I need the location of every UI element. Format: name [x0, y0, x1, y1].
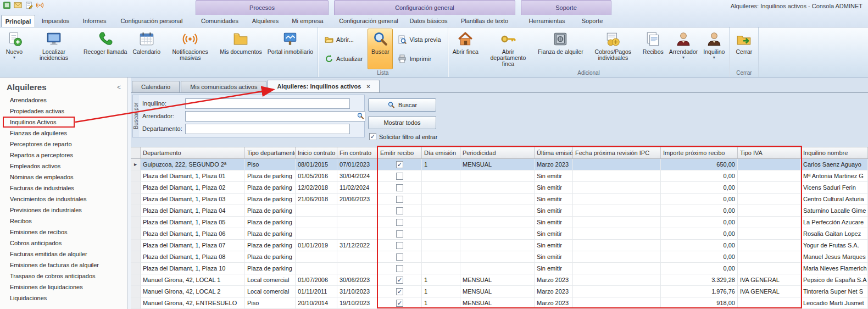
ribbon-button-nuevo[interactable]: Nuevo▾ [2, 29, 27, 69]
ribbon-tab-herramientas[interactable]: Herramientas [521, 15, 573, 27]
column-header-última-emisión[interactable]: Última emisión [535, 147, 573, 158]
doc-tab-calendario[interactable]: Calendario [132, 81, 180, 92]
ribbon-button-recoger-llamada[interactable]: Recoger llamada [81, 29, 130, 69]
sidebar-item-vencimientos-de-industriales[interactable]: Vencimientos de industriales [0, 194, 127, 205]
ribbon-button-imprimir[interactable]: Imprimir [394, 53, 444, 65]
ribbon-tab-mi-empresa[interactable]: Mi empresa [287, 15, 329, 27]
filter-input-inquilino[interactable] [185, 98, 350, 109]
emitir-recibo-checkbox[interactable] [396, 207, 403, 214]
emitir-recibo-checkbox[interactable] [396, 265, 403, 272]
ribbon-button-recibos[interactable]: Recibos [640, 29, 666, 69]
ribbon-button-cerrar[interactable]: Cerrar [731, 29, 756, 69]
ribbon-tab-configuración-personal[interactable]: Configuración personal [113, 15, 190, 27]
sidebar-item-propiedades-activas[interactable]: Propiedades activas [0, 106, 127, 117]
table-row[interactable]: ▸Guipuzcoa, 222, SEGUNDO 2ªPiso08/01/201… [131, 159, 868, 170]
ribbon-tab-soporte[interactable]: Soporte [573, 15, 611, 27]
column-header-fin-contrato[interactable]: Fin contrato [337, 147, 378, 158]
column-header-tipo-iva[interactable]: Tipo IVA [738, 147, 801, 158]
column-header-tipo-departamento[interactable]: Tipo departamento [245, 147, 296, 158]
table-row[interactable]: Plaza del Diamant, 1, Plaza 10Plaza de p… [131, 263, 868, 274]
ribbon-button-buscar[interactable]: Buscar [368, 29, 393, 69]
table-row[interactable]: Manuel Girona, 42, LOCAL 1Local comercia… [131, 274, 868, 286]
sidebar-item-cobros-anticipados[interactable]: Cobros anticipados [0, 238, 127, 249]
ribbon-button-abrir-finca[interactable]: Abrir finca [450, 29, 481, 69]
ribbon-button-fianza-de-alquiler[interactable]: Fianza de alquiler [535, 29, 586, 69]
doc-tab-alquileres-inquilinos-activos[interactable]: Alquileres: Inquilinos activos× [268, 80, 379, 92]
filter-input-arrendador[interactable] [185, 111, 365, 122]
doc-tab-mis-comunicados-activos[interactable]: Mis comunicados activos [181, 81, 266, 92]
ribbon-button-inquilino[interactable]: Inquilino▾ [700, 29, 727, 69]
table-row[interactable]: Manuel Girona, 42, ENTRESUELOPiso20/10/2… [131, 297, 868, 309]
ribbon-tab-informes[interactable]: Informes [76, 15, 113, 27]
sidebar-item-liquidaciones[interactable]: Liquidaciones [0, 293, 127, 304]
sidebar-item-recibos[interactable]: Recibos [0, 216, 127, 227]
ribbon-tab-comunidades[interactable]: Comunidades [196, 15, 244, 27]
table-row[interactable]: Plaza del Diamant, 1, Plaza 04Plaza de p… [131, 205, 868, 217]
emitir-recibo-checkbox[interactable] [396, 219, 403, 226]
emitir-recibo-checkbox[interactable]: ✓ [396, 277, 403, 284]
column-header-importe-próximo-recibo[interactable]: Importe próximo recibo [661, 147, 738, 158]
sidebar-item-previsiones-de-industriales[interactable]: Previsiones de industriales [0, 205, 127, 216]
solicitar-filtro-checkbox[interactable]: ✓ Solicitar filtro al entrar [369, 133, 437, 140]
sidebar-item-empleados-activos[interactable]: Empleados activos [0, 161, 127, 172]
ribbon-button-vista-previa[interactable]: Vista previa [394, 34, 444, 46]
column-header-periodicidad[interactable]: Periodicidad [460, 147, 535, 158]
ribbon-button-actualizar[interactable]: Actualizar [321, 53, 366, 65]
table-row[interactable]: Plaza del Diamant, 1, Plaza 06Plaza de p… [131, 228, 868, 240]
table-row[interactable]: Plaza del Diamant, 1, Plaza 02Plaza de p… [131, 182, 868, 194]
mostrar-todos-button[interactable]: Mostrar todos [368, 116, 436, 129]
ribbon-tab-impuestos[interactable]: Impuestos [35, 15, 76, 27]
sidebar-item-fianzas-de-alquileres[interactable]: Fianzas de alquileres [0, 128, 127, 139]
emitir-recibo-checkbox[interactable] [396, 242, 403, 249]
sidebar-item-nóminas-de-empleados[interactable]: Nóminas de empleados [0, 172, 127, 183]
ribbon-button-notificaciones-masivas[interactable]: Notificaciones masivas [163, 29, 217, 69]
filter-input-departamento[interactable] [185, 124, 350, 134]
table-row[interactable]: Manuel Girona, 42, LOCAL 2Local comercia… [131, 286, 868, 297]
collapse-sidebar-icon[interactable]: < [115, 84, 123, 91]
sidebar-item-repartos-a-perceptores[interactable]: Repartos a perceptores [0, 150, 127, 161]
ribbon-tab-configuración-general[interactable]: Configuración general [334, 15, 403, 27]
emitir-recibo-checkbox[interactable] [396, 184, 403, 191]
ribbon-button-calendario[interactable]: Calendario [130, 29, 163, 69]
ribbon-button-abrir-departamento-finca[interactable]: Abrir departamento finca [481, 29, 535, 69]
column-header-fecha-próxima-revisión-ipc[interactable]: Fecha próxima revisión IPC [573, 147, 661, 158]
table-row[interactable]: Plaza del Diamant, 1, Plaza 01Plaza de p… [131, 170, 868, 182]
sidebar-item-emisiones-de-recibos[interactable]: Emisiones de recibos [0, 227, 127, 238]
column-header-inicio-contrato[interactable]: Inicio contrato [296, 147, 337, 158]
sidebar-item-arrendadores[interactable]: Arrendadores [0, 95, 127, 106]
emitir-recibo-checkbox[interactable] [396, 253, 403, 261]
ribbon-tab-plantillas-de-texto[interactable]: Plantillas de texto [454, 15, 515, 27]
ribbon-button-mis-documentos[interactable]: Mis documentos [217, 29, 264, 69]
emitir-recibo-checkbox[interactable] [396, 173, 403, 180]
ribbon-button-cobros-pagos-individuales[interactable]: Cobros/Pagos individuales [586, 29, 640, 69]
sidebar-item-inquilinos-activos[interactable]: Inquilinos Activos [0, 117, 127, 128]
table-row[interactable]: Plaza del Diamant, 1, Plaza 05Plaza de p… [131, 217, 868, 228]
ribbon-tab-alquileres[interactable]: Alquileres [244, 15, 287, 27]
column-header-departamento[interactable]: Departamento [141, 147, 245, 158]
close-tab-icon[interactable]: × [366, 83, 370, 90]
column-header-día-emisión[interactable]: Día emisión [422, 147, 460, 158]
emitir-recibo-checkbox[interactable]: ✓ [396, 161, 403, 168]
emitir-recibo-checkbox[interactable] [396, 196, 403, 203]
ribbon-button-arrendador[interactable]: Arrendador▾ [666, 29, 701, 69]
sidebar-item-perceptores-de-reparto[interactable]: Perceptores de reparto [0, 139, 127, 150]
sidebar-item-traspaso-de-cobros-anticipados[interactable]: Traspaso de cobros anticipados [0, 271, 127, 282]
sidebar-item-facturas-emitidas-de-alquiler[interactable]: Facturas emitidas de alquiler [0, 249, 127, 260]
column-header-emitir-recibo[interactable]: Emitir recibo [378, 147, 422, 158]
ribbon-tab-datos-básicos[interactable]: Datos básicos [403, 15, 454, 27]
column-header-inquilino-nombre[interactable]: Inquilino nombre [801, 147, 868, 158]
table-row[interactable]: Plaza del Diamant, 1, Plaza 03Plaza de p… [131, 194, 868, 205]
sidebar-item-emisiones-de-facturas-de-alquiler[interactable]: Emisiones de facturas de alquiler [0, 260, 127, 271]
sidebar-item-facturas-de-industriales[interactable]: Facturas de industriales [0, 183, 127, 194]
sidebar-item-emisiones-de-liquidaciones[interactable]: Emisiones de liquidaciones [0, 282, 127, 293]
ribbon-button-abrir[interactable]: Abrir... [321, 34, 366, 46]
ribbon-button-localizar-incidencias[interactable]: Localizar incidencias [27, 29, 81, 69]
ribbon-tab-principal[interactable]: Principal [1, 15, 35, 27]
emitir-recibo-checkbox[interactable]: ✓ [396, 288, 403, 295]
buscar-button[interactable]: Buscar [368, 98, 436, 112]
emitir-recibo-checkbox[interactable] [396, 230, 403, 238]
table-row[interactable]: Plaza del Diamant, 1, Plaza 08Plaza de p… [131, 251, 868, 263]
ribbon-button-portal-inmobiliario[interactable]: Portal inmobiliario [265, 29, 316, 69]
emitir-recibo-checkbox[interactable]: ✓ [396, 300, 403, 307]
search-icon[interactable] [357, 112, 364, 120]
